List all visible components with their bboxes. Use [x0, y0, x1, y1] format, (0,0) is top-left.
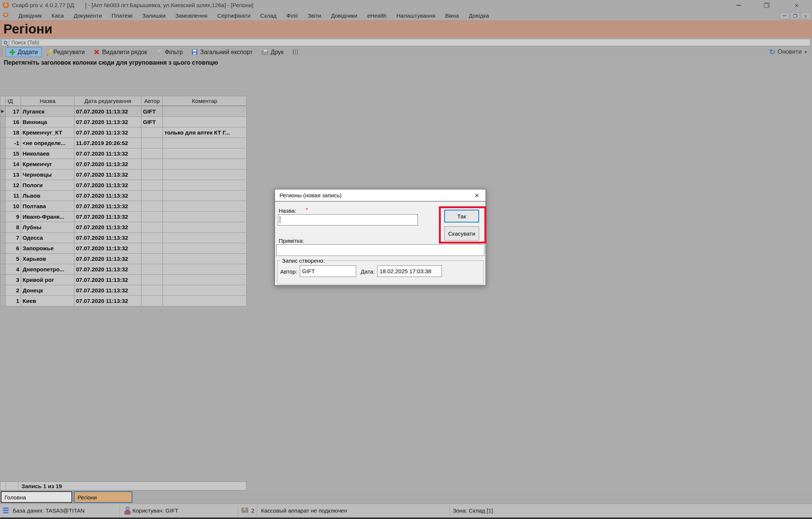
refresh-button[interactable]: ↻ Оновити ▾: [769, 47, 807, 57]
cell-author[interactable]: [141, 191, 163, 201]
table-row[interactable]: 4Днепропетро...07.07.2020 11:13:32: [0, 264, 247, 275]
table-row[interactable]: 6Запорожье07.07.2020 11:13:32: [0, 243, 247, 254]
cell-name[interactable]: Киев: [21, 296, 74, 306]
search-icon-button[interactable]: [2, 39, 9, 46]
cell-id[interactable]: 1: [6, 296, 21, 306]
column-chooser-icon[interactable]: [0, 96, 6, 106]
table-row[interactable]: 10Полтава07.07.2020 11:13:32: [0, 201, 247, 212]
menu-item[interactable]: Сертифікати: [212, 12, 255, 19]
cell-id[interactable]: 8: [6, 222, 21, 233]
cancel-button[interactable]: Скасувати: [444, 226, 479, 241]
cell-author[interactable]: [141, 222, 163, 233]
table-row[interactable]: ▶17Луганск07.07.2020 11:13:32GIFT: [0, 106, 247, 117]
mdi-restore-button[interactable]: [790, 12, 800, 19]
cell-id[interactable]: 18: [6, 127, 21, 138]
cell-author[interactable]: [141, 285, 163, 296]
menu-item[interactable]: Налаштування: [392, 12, 440, 19]
table-row[interactable]: 15Николаев07.07.2020 11:13:32: [0, 148, 247, 159]
cell-comment[interactable]: [163, 264, 247, 275]
column-header-id[interactable]: ІД: [6, 96, 21, 106]
cell-name[interactable]: Винница: [21, 117, 74, 127]
cell-date[interactable]: 07.07.2020 11:13:32: [74, 169, 141, 180]
cell-id[interactable]: 14: [6, 159, 21, 169]
cell-date[interactable]: 07.07.2020 11:13:32: [74, 275, 141, 285]
cell-id[interactable]: 10: [6, 201, 21, 212]
columns-button[interactable]: [291, 47, 300, 57]
cell-name[interactable]: Кривой рог: [21, 275, 74, 285]
cell-name[interactable]: Львов: [21, 191, 74, 201]
cell-comment[interactable]: [163, 285, 247, 296]
cell-author[interactable]: [141, 169, 163, 180]
cell-comment[interactable]: [163, 148, 247, 159]
note-input[interactable]: [276, 244, 484, 256]
cell-id[interactable]: 6: [6, 243, 21, 254]
cell-name[interactable]: Николаев: [21, 148, 74, 159]
table-row[interactable]: 2Донецк07.07.2020 11:13:32: [0, 285, 247, 296]
column-header-author[interactable]: Автор: [141, 96, 163, 106]
cell-date[interactable]: 07.07.2020 11:13:32: [74, 201, 141, 212]
cell-id[interactable]: 4: [6, 264, 21, 275]
cell-author[interactable]: [141, 275, 163, 285]
table-row[interactable]: 11Львов07.07.2020 11:13:32: [0, 191, 247, 201]
menu-item[interactable]: eHealth: [362, 12, 392, 19]
cell-author[interactable]: [141, 254, 163, 264]
cell-comment[interactable]: [163, 191, 247, 201]
cell-author[interactable]: [141, 243, 163, 254]
cell-name[interactable]: Донецк: [21, 285, 74, 296]
menu-item[interactable]: Замовлення: [170, 12, 212, 19]
cell-comment[interactable]: [163, 201, 247, 212]
table-row[interactable]: 18Кременчуг_КТ07.07.2020 11:13:32только …: [0, 127, 247, 138]
cell-comment[interactable]: [163, 138, 247, 148]
cell-name[interactable]: Пологи: [21, 180, 74, 191]
cell-id[interactable]: 17: [6, 106, 21, 117]
cell-date[interactable]: 07.07.2020 11:13:32: [74, 254, 141, 264]
cell-date[interactable]: 07.07.2020 11:13:32: [74, 212, 141, 222]
cell-author[interactable]: [141, 201, 163, 212]
cell-author[interactable]: [141, 233, 163, 243]
filter-button[interactable]: Фільтр: [154, 47, 185, 57]
cell-name[interactable]: Днепропетро...: [21, 264, 74, 275]
delete-row-button[interactable]: Видалити рядок: [92, 47, 149, 57]
cell-author[interactable]: [141, 180, 163, 191]
menu-item[interactable]: Довідник: [14, 12, 47, 19]
cell-comment[interactable]: [163, 180, 247, 191]
cell-date[interactable]: 07.07.2020 11:13:32: [74, 159, 141, 169]
export-button[interactable]: Загальний експорт: [190, 47, 254, 57]
cell-author[interactable]: GIFT: [141, 117, 163, 127]
cell-author[interactable]: GIFT: [141, 106, 163, 117]
cell-date[interactable]: 07.07.2020 11:13:32: [74, 264, 141, 275]
menu-item[interactable]: Каса: [47, 12, 69, 19]
cell-author[interactable]: [141, 127, 163, 138]
cell-id[interactable]: 13: [6, 169, 21, 180]
minimize-button[interactable]: [730, 0, 747, 11]
cell-name[interactable]: Полтава: [21, 201, 74, 212]
cell-id[interactable]: 2: [6, 285, 21, 296]
cell-name[interactable]: <не определе...: [21, 138, 74, 148]
name-input[interactable]: [278, 214, 418, 225]
date-input[interactable]: [377, 265, 442, 277]
cell-author[interactable]: [141, 212, 163, 222]
cell-date[interactable]: 07.07.2020 11:13:32: [74, 285, 141, 296]
cell-comment[interactable]: [163, 296, 247, 306]
menu-item[interactable]: Склад: [255, 12, 281, 19]
cell-date[interactable]: 07.07.2020 11:13:32: [74, 296, 141, 306]
cell-date[interactable]: 07.07.2020 11:13:32: [74, 148, 141, 159]
cell-id[interactable]: 9: [6, 212, 21, 222]
mdi-minimize-button[interactable]: [780, 12, 789, 19]
column-header-date[interactable]: Дата редагування: [74, 96, 141, 106]
restore-button[interactable]: [758, 0, 775, 11]
cell-id[interactable]: 12: [6, 180, 21, 191]
table-row[interactable]: 7Одесса07.07.2020 11:13:32: [0, 233, 247, 243]
column-header-name[interactable]: Назва: [21, 96, 74, 106]
menu-item[interactable]: Платежі: [107, 12, 138, 19]
add-button[interactable]: Додати: [6, 47, 42, 57]
edit-button[interactable]: Редагувати: [47, 47, 87, 57]
cell-author[interactable]: [141, 159, 163, 169]
menu-item[interactable]: Звіти: [303, 12, 326, 19]
cell-name[interactable]: Луганск: [21, 106, 74, 117]
cell-name[interactable]: Кременчуг_КТ: [21, 127, 74, 138]
search-input[interactable]: [9, 39, 810, 45]
ok-button[interactable]: Так: [444, 210, 479, 222]
cell-comment[interactable]: [163, 212, 247, 222]
table-row[interactable]: 16Винница07.07.2020 11:13:32GIFT: [0, 117, 247, 127]
